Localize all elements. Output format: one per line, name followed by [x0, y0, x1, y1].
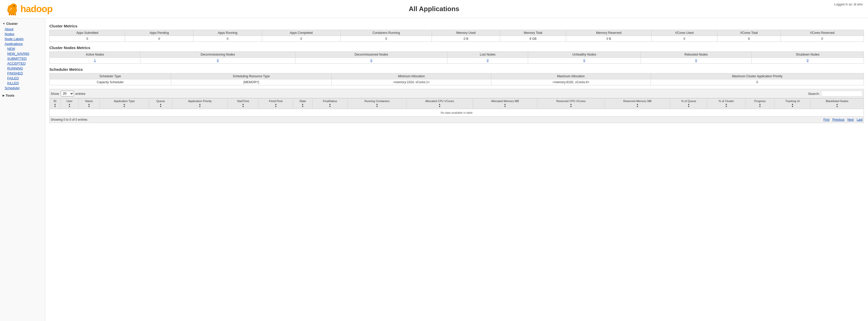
col-scheduling-resource-type: Scheduling Resource Type: [171, 73, 332, 79]
page-title: All Applications: [409, 5, 459, 13]
app-table: ID ▲▼ User ▲▼ Name ▲▼: [50, 98, 864, 117]
col-rebooted-nodes: Rebooted Nodes: [641, 52, 752, 58]
col-containers-running: Containers Running: [340, 30, 432, 36]
val-memory-used: 0 B: [432, 36, 500, 42]
hadoop-logo: hadoop: [5, 2, 53, 16]
pagination-first[interactable]: First: [824, 118, 830, 122]
col-memory-used: Memory Used: [432, 30, 500, 36]
sidebar-item-accepted[interactable]: ACCEPTED: [0, 61, 45, 66]
svg-rect-5: [11, 13, 12, 15]
val-unhealthy-nodes: 0: [528, 58, 641, 64]
col-queue[interactable]: Queue ▲▼: [149, 98, 173, 109]
pagination: First Previous Next Last: [822, 118, 863, 122]
col-application-type[interactable]: Application Type ▲▼: [99, 98, 149, 109]
val-decommissioning-nodes: 0: [141, 58, 296, 64]
val-scheduler-type: Capacity Scheduler: [50, 79, 171, 85]
sidebar-item-failed[interactable]: FAILED: [0, 76, 45, 81]
col-user[interactable]: User ▲▼: [61, 98, 78, 109]
no-data-row: No data available in table: [50, 109, 864, 117]
val-vcores-reserved: 0: [781, 36, 864, 42]
col-start-time[interactable]: StartTime ▲▼: [227, 98, 258, 109]
col-lost-nodes: Lost Nodes: [447, 52, 528, 58]
col-state[interactable]: State ▲▼: [293, 98, 312, 109]
sidebar-item-new-saving[interactable]: NEW_SAVING: [0, 51, 45, 56]
cluster-section-title[interactable]: ▼ Cluster: [0, 21, 45, 27]
no-data-message: No data available in table: [50, 109, 864, 117]
search-input[interactable]: [821, 91, 863, 96]
scheduler-metrics-header-row: Scheduler Type Scheduling Resource Type …: [50, 73, 864, 79]
cluster-expand-icon: ▼: [3, 22, 5, 25]
pagination-next[interactable]: Next: [847, 118, 854, 122]
col-decommissioned-nodes: Decommissioned Nodes: [295, 52, 447, 58]
tools-label: Tools: [6, 94, 14, 97]
val-scheduling-resource-type: [MEMORY]: [171, 79, 332, 85]
col-pct-queue[interactable]: % of Queue ▲▼: [670, 98, 707, 109]
cluster-metrics-header-row: Apps Submitted Apps Pending Apps Running…: [50, 30, 864, 36]
val-shutdown-nodes: 0: [751, 58, 864, 64]
show-entries-area: Show 10 20 25 50 100 entries: [51, 91, 86, 96]
showing-text: Showing 0 to 0 of 0 entries: [51, 118, 87, 122]
sidebar-item-about[interactable]: About: [0, 27, 45, 32]
col-reserved-memory-mb[interactable]: Reserved Memory MB ▲▼: [604, 98, 670, 109]
sidebar: ▼ Cluster About Nodes Node Labels Applic…: [0, 18, 45, 321]
col-allocated-memory-mb[interactable]: Allocated Memory MB ▲▼: [473, 98, 537, 109]
col-pct-cluster[interactable]: % of Cluster ▲▼: [707, 98, 745, 109]
tools-section-title[interactable]: ▶ Tools: [0, 93, 45, 98]
val-active-nodes: 1: [50, 58, 141, 64]
col-finish-time[interactable]: FinishTime ▲▼: [259, 98, 293, 109]
col-unhealthy-nodes: Unhealthy Nodes: [528, 52, 641, 58]
entries-label: entries: [75, 92, 86, 96]
val-apps-completed: 0: [262, 36, 340, 42]
sidebar-item-killed[interactable]: KILLED: [0, 81, 45, 86]
pagination-previous[interactable]: Previous: [832, 118, 844, 122]
sidebar-item-new[interactable]: NEW: [0, 46, 45, 51]
col-running-containers[interactable]: Running Containers ▲▼: [348, 98, 406, 109]
content: Cluster Metrics Apps Submitted Apps Pend…: [45, 18, 868, 321]
table-controls: Show 10 20 25 50 100 entries Search:: [50, 89, 864, 98]
col-min-allocation: Minimum Allocation: [332, 73, 491, 79]
search-area: Search:: [808, 91, 863, 96]
col-apps-running: Apps Running: [193, 30, 262, 36]
hadoop-logo-text: hadoop: [21, 4, 53, 14]
col-tracking-ui[interactable]: Tracking UI ▲▼: [775, 98, 811, 109]
show-entries-select[interactable]: 10 20 25 50 100: [61, 91, 74, 96]
cluster-metrics-table: Apps Submitted Apps Pending Apps Running…: [50, 30, 864, 42]
col-max-allocation: Maximum Allocation: [491, 73, 651, 79]
cluster-label: Cluster: [6, 22, 18, 26]
col-apps-submitted: Apps Submitted: [50, 30, 125, 36]
main-layout: ▼ Cluster About Nodes Node Labels Applic…: [0, 18, 868, 321]
login-info: Logged in as: dr.who: [834, 3, 863, 6]
col-application-priority[interactable]: Application Priority ▲▼: [172, 98, 227, 109]
val-containers-running: 0: [340, 36, 432, 42]
tools-expand-icon: ▶: [3, 94, 5, 97]
app-table-header-row: ID ▲▼ User ▲▼ Name ▲▼: [50, 98, 864, 109]
sidebar-item-node-labels[interactable]: Node Labels: [0, 36, 45, 41]
col-apps-pending: Apps Pending: [125, 30, 193, 36]
val-max-allocation: <memory:8192, vCores:4>: [491, 79, 651, 85]
col-allocated-cpu-vcores[interactable]: Allocated CPU VCores ▲▼: [406, 98, 473, 109]
val-apps-running: 0: [193, 36, 262, 42]
sidebar-item-scheduler[interactable]: Scheduler: [0, 86, 45, 91]
sidebar-item-running[interactable]: RUNNING: [0, 66, 45, 71]
val-decommissioned-nodes: 0: [295, 58, 447, 64]
scheduler-metrics-data-row: Capacity Scheduler [MEMORY] <memory:1024…: [50, 79, 864, 85]
scheduler-metrics-table: Scheduler Type Scheduling Resource Type …: [50, 73, 864, 85]
col-blacklisted-nodes[interactable]: Blacklisted Nodes ▲▼: [810, 98, 864, 109]
col-progress[interactable]: Progress ▲▼: [745, 98, 774, 109]
val-memory-reserved: 0 B: [566, 36, 652, 42]
pagination-last[interactable]: Last: [857, 118, 863, 122]
col-reserved-cpu-vcores[interactable]: Reserved CPU VCores ▲▼: [537, 98, 604, 109]
sidebar-item-applications[interactable]: Applications: [0, 41, 45, 46]
sidebar-item-submitted[interactable]: SUBMITTED: [0, 56, 45, 61]
col-memory-reserved: Memory Reserved: [566, 30, 652, 36]
val-apps-submitted: 0: [50, 36, 125, 42]
col-name[interactable]: Name ▲▼: [78, 98, 99, 109]
sidebar-item-finished[interactable]: FINISHED: [0, 71, 45, 76]
sidebar-item-nodes[interactable]: Nodes: [0, 32, 45, 36]
col-memory-total: Memory Total: [500, 30, 566, 36]
cluster-nodes-metrics-table: Active Nodes Decommissioning Nodes Decom…: [50, 52, 864, 64]
cluster-section: ▼ Cluster About Nodes Node Labels Applic…: [0, 21, 45, 91]
header: hadoop All Applications Logged in as: dr…: [0, 0, 868, 18]
col-id[interactable]: ID ▲▼: [50, 98, 61, 109]
col-final-status[interactable]: FinalStatus ▲▼: [312, 98, 348, 109]
